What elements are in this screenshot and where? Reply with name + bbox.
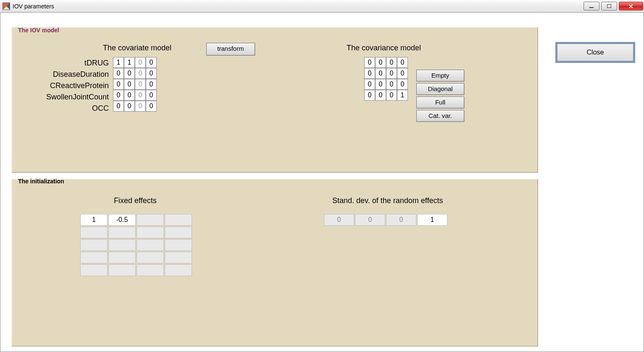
app-icon — [3, 3, 10, 10]
cov-cell[interactable]: 0 — [124, 68, 135, 79]
fe-cell[interactable] — [165, 227, 192, 238]
full-button[interactable]: Full — [416, 96, 464, 108]
covr-cell[interactable]: 0 — [397, 57, 408, 68]
fe-cell[interactable] — [80, 264, 108, 276]
fe-cell[interactable] — [165, 214, 192, 226]
covr-cell[interactable]: 0 — [386, 68, 397, 79]
iov-model-frame: The IOV model The covariate model transf… — [11, 27, 538, 173]
fe-cell[interactable] — [165, 264, 192, 276]
cov-cell[interactable]: 0 — [113, 79, 124, 90]
fe-cell[interactable] — [137, 264, 164, 276]
sd-cell[interactable]: 1 — [417, 214, 447, 226]
cov-cell[interactable]: 0 — [124, 79, 135, 90]
sd-cell[interactable]: 0 — [324, 214, 354, 226]
sd-cell[interactable]: 0 — [355, 214, 385, 226]
fe-cell[interactable] — [137, 252, 164, 263]
fe-cell[interactable] — [165, 252, 192, 263]
window-close-button[interactable]: ✕ — [619, 2, 643, 10]
initialization-frame: The initialization Fixed effects Stand. … — [11, 179, 538, 347]
covariance-grid[interactable]: 0 0 0 0 0 0 0 0 0 0 0 0 0 0 0 1 — [364, 57, 408, 101]
cov-cell[interactable]: 0 — [135, 68, 146, 79]
covr-cell[interactable]: 0 — [364, 79, 375, 90]
covr-cell[interactable]: 0 — [386, 57, 397, 68]
covr-cell[interactable]: 0 — [397, 68, 408, 79]
fe-cell[interactable] — [137, 227, 164, 238]
cov-cell[interactable]: 0 — [135, 57, 146, 68]
cov-cell[interactable]: 1 — [113, 57, 124, 68]
close-button[interactable]: Close — [555, 42, 635, 63]
covr-cell[interactable]: 0 — [375, 57, 386, 68]
cov-row-label: tDRUG — [16, 59, 109, 68]
fe-cell[interactable] — [80, 227, 108, 238]
covr-cell[interactable]: 0 — [364, 68, 375, 79]
covr-cell[interactable]: 1 — [397, 90, 408, 101]
initialization-frame-title: The initialization — [17, 178, 65, 185]
covr-cell[interactable]: 0 — [375, 79, 386, 90]
fe-cell[interactable] — [165, 239, 192, 251]
covr-cell[interactable]: 0 — [364, 90, 375, 101]
window-title: IOV parameters — [13, 3, 54, 10]
cov-cell[interactable]: 0 — [135, 79, 146, 90]
covariate-grid[interactable]: 1 1 0 0 0 0 0 0 0 0 0 0 0 0 0 0 — [113, 57, 157, 112]
cov-cell[interactable]: 0 — [113, 68, 124, 79]
covariate-heading: The covariate model — [103, 44, 171, 52]
cov-row-label: CReactiveProtein — [16, 81, 109, 90]
fe-cell[interactable] — [80, 252, 108, 263]
fe-cell[interactable] — [108, 252, 136, 263]
cov-cell[interactable]: 0 — [135, 101, 146, 112]
title-bar: IOV parameters ✕ — [0, 0, 644, 13]
fe-cell[interactable] — [108, 227, 136, 238]
fe-cell[interactable]: -0.5 — [108, 214, 136, 226]
diagonal-button[interactable]: Diagonal — [416, 83, 464, 95]
sd-cell[interactable]: 0 — [386, 214, 416, 226]
cov-cell[interactable]: 0 — [135, 90, 146, 101]
fe-cell[interactable] — [80, 239, 108, 251]
cov-cell[interactable]: 0 — [124, 101, 135, 112]
covr-cell[interactable]: 0 — [375, 68, 386, 79]
maximize-button[interactable] — [601, 2, 617, 10]
fe-cell[interactable] — [108, 264, 136, 276]
minimize-button[interactable] — [584, 2, 599, 10]
covariance-heading: The covariance model — [347, 44, 421, 52]
fe-cell[interactable] — [137, 214, 164, 226]
sd-random-heading: Stand. dev. of the random effects — [332, 196, 443, 205]
fe-cell[interactable] — [137, 239, 164, 251]
cov-cell[interactable]: 0 — [146, 90, 157, 101]
cov-cell[interactable]: 0 — [146, 68, 157, 79]
cov-cell[interactable]: 0 — [146, 101, 157, 112]
cov-cell[interactable]: 0 — [113, 90, 124, 101]
empty-button[interactable]: Empty — [416, 70, 464, 81]
covr-cell[interactable]: 0 — [397, 79, 408, 90]
cov-cell[interactable]: 1 — [124, 57, 135, 68]
cov-cell[interactable]: 0 — [124, 90, 135, 101]
cat-var-button[interactable]: Cat. var. — [416, 110, 464, 122]
client-area: Close The IOV model The covariate model … — [0, 13, 644, 352]
sd-random-row[interactable]: 0 0 0 1 — [323, 213, 448, 227]
covr-cell[interactable]: 0 — [375, 90, 386, 101]
fe-cell[interactable] — [108, 239, 136, 251]
cov-row-label: SwollenJointCount — [16, 93, 109, 102]
cov-cell[interactable]: 0 — [113, 101, 124, 112]
cov-cell[interactable]: 0 — [146, 79, 157, 90]
fe-cell[interactable]: 1 — [80, 214, 108, 226]
covr-cell[interactable]: 0 — [386, 79, 397, 90]
fixed-effects-heading: Fixed effects — [114, 196, 157, 205]
iov-model-frame-title: The IOV model — [17, 27, 60, 34]
cov-cell[interactable]: 0 — [146, 57, 157, 68]
cov-row-label: OCC — [16, 104, 109, 113]
fixed-effects-grid[interactable]: 1 -0.5 — [79, 213, 193, 277]
cov-row-label: DiseaseDuration — [16, 70, 109, 79]
covr-cell[interactable]: 0 — [364, 57, 375, 68]
covr-cell[interactable]: 0 — [386, 90, 397, 101]
transform-button[interactable]: transform — [206, 43, 255, 55]
